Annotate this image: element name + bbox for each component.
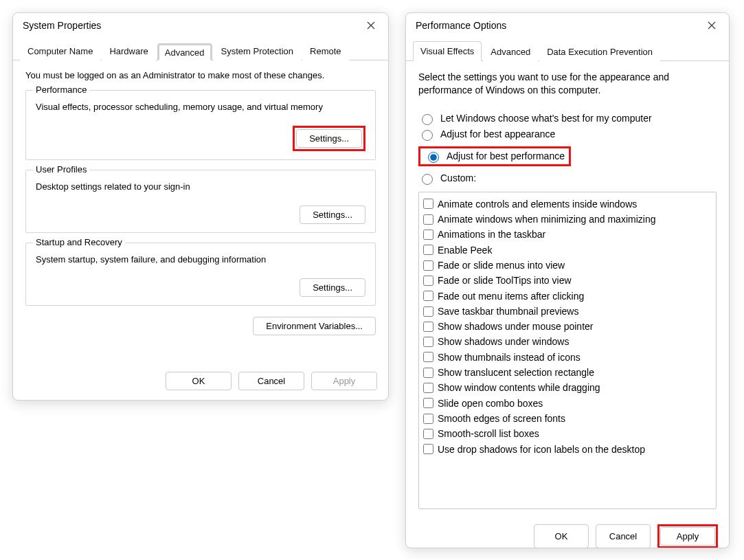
close-icon[interactable] (361, 17, 381, 34)
checkbox-input[interactable] (423, 352, 433, 362)
check-option[interactable]: Enable Peek (423, 243, 712, 258)
sp-ok-button[interactable]: OK (166, 372, 232, 390)
sp-tab-row: Computer Name Hardware Advanced System P… (13, 41, 388, 60)
checkbox-input[interactable] (423, 291, 433, 301)
performance-settings-button[interactable]: Settings... (296, 129, 362, 148)
checkbox-input[interactable] (423, 444, 433, 454)
po-cancel-button[interactable]: Cancel (596, 524, 651, 548)
checkbox-input[interactable] (423, 276, 433, 286)
checkbox-input[interactable] (423, 368, 433, 378)
check-label: Slide open combo boxes (438, 396, 543, 410)
desc-profiles: Desktop settings related to your sign-in (36, 181, 365, 193)
radio-input[interactable] (428, 152, 439, 163)
tab-advanced[interactable]: Advanced (157, 43, 212, 60)
system-properties-dialog: System Properties Computer Name Hardware… (12, 12, 389, 401)
performance-options-dialog: Performance Options Visual Effects Advan… (405, 12, 730, 548)
check-option[interactable]: Save taskbar thumbnail previews (423, 304, 712, 319)
group-startup-recovery: Startup and Recovery System startup, sys… (25, 243, 376, 306)
tab-computer-name[interactable]: Computer Name (20, 41, 100, 60)
checkbox-input[interactable] (423, 199, 433, 209)
check-label: Show shadows under mouse pointer (438, 320, 593, 333)
check-option[interactable]: Fade out menu items after clicking (423, 289, 712, 304)
check-option[interactable]: Show shadows under windows (423, 334, 712, 349)
admin-note: You must be logged on as an Administrato… (25, 70, 376, 80)
check-label: Smooth edges of screen fonts (438, 412, 565, 425)
check-label: Show window contents while dragging (438, 381, 600, 394)
check-label: Fade or slide menus into view (438, 258, 565, 272)
checkbox-input[interactable] (423, 414, 433, 424)
sp-content: You must be logged on as an Administrato… (13, 60, 388, 363)
checkbox-input[interactable] (423, 337, 433, 347)
check-option[interactable]: Show translucent selection rectangle (423, 365, 712, 380)
checkbox-input[interactable] (423, 306, 433, 317)
checkbox-input[interactable] (423, 383, 433, 393)
check-label: Fade out menu items after clicking (438, 289, 584, 303)
check-label: Animations in the taskbar (438, 227, 545, 241)
check-option[interactable]: Use drop shadows for icon labels on the … (423, 442, 712, 457)
desc-startup: System startup, system failure, and debu… (36, 254, 365, 266)
desc-performance: Visual effects, processor scheduling, me… (36, 102, 365, 113)
tab-hardware[interactable]: Hardware (102, 41, 155, 60)
checkbox-input[interactable] (423, 322, 433, 332)
sp-bottom-buttons: OK Cancel Apply (13, 363, 388, 400)
check-option[interactable]: Animate windows when minimizing and maxi… (423, 212, 712, 227)
radio-label: Let Windows choose what's best for my co… (440, 113, 652, 124)
sp-apply-button[interactable]: Apply (311, 372, 377, 390)
checkbox-input[interactable] (423, 260, 433, 271)
check-option[interactable]: Smooth-scroll list boxes (423, 426, 712, 441)
legend-performance: Performance (33, 85, 89, 95)
environment-variables-button[interactable]: Environment Variables... (253, 317, 376, 335)
check-option[interactable]: Show shadows under mouse pointer (423, 319, 712, 334)
check-label: Animate windows when minimizing and maxi… (438, 212, 655, 226)
checkbox-input[interactable] (423, 398, 433, 408)
po-apply-button[interactable]: Apply (660, 527, 715, 546)
check-option[interactable]: Animate controls and elements inside win… (423, 197, 712, 212)
check-label: Show translucent selection rectangle (438, 366, 594, 379)
check-option[interactable]: Smooth edges of screen fonts (423, 411, 712, 426)
radio-option[interactable]: Custom: (418, 172, 717, 185)
radio-group: Let Windows choose what's best for my co… (418, 109, 717, 188)
tab-visual-effects[interactable]: Visual Effects (413, 41, 482, 61)
legend-profiles: User Profiles (33, 164, 89, 175)
sp-title: System Properties (23, 20, 101, 31)
profiles-settings-button[interactable]: Settings... (300, 205, 365, 224)
check-option[interactable]: Animations in the taskbar (423, 227, 712, 242)
checkbox-input[interactable] (423, 429, 433, 439)
radio-input[interactable] (422, 114, 433, 125)
checkbox-input[interactable] (423, 214, 433, 225)
tab-remote[interactable]: Remote (302, 41, 349, 60)
po-title: Performance Options (416, 20, 506, 31)
tab-system-protection[interactable]: System Protection (214, 41, 302, 60)
radio-label: Adjust for best performance (447, 150, 565, 161)
radio-option[interactable]: Let Windows choose what's best for my co… (418, 112, 717, 125)
check-label: Enable Peek (438, 243, 492, 257)
tab-dep[interactable]: Data Execution Prevention (539, 42, 660, 61)
check-label: Use drop shadows for icon labels on the … (438, 443, 645, 456)
check-label: Show thumbnails instead of icons (438, 350, 580, 364)
group-performance: Performance Visual effects, processor sc… (25, 90, 376, 160)
check-option[interactable]: Slide open combo boxes (423, 396, 712, 411)
check-option[interactable]: Fade or slide menus into view (423, 258, 712, 273)
radio-label: Adjust for best appearance (440, 128, 555, 139)
tab-po-advanced[interactable]: Advanced (483, 42, 538, 61)
po-ok-button[interactable]: OK (534, 524, 589, 548)
po-bottom-buttons: OK Cancel Apply (406, 516, 729, 548)
radio-input[interactable] (422, 130, 433, 141)
check-label: Smooth-scroll list boxes (438, 427, 539, 440)
radio-option[interactable]: Adjust for best appearance (418, 128, 717, 141)
radio-option[interactable]: Adjust for best performance (418, 146, 571, 166)
checkbox-input[interactable] (423, 229, 433, 240)
sp-cancel-button[interactable]: Cancel (238, 372, 304, 390)
po-tab-row: Visual Effects Advanced Data Execution P… (406, 41, 729, 61)
check-option[interactable]: Show thumbnails instead of icons (423, 350, 712, 365)
check-label: Animate controls and elements inside win… (438, 197, 637, 211)
checkbox-input[interactable] (423, 245, 433, 255)
close-icon[interactable] (701, 17, 722, 34)
check-label: Save taskbar thumbnail previews (438, 304, 578, 318)
startup-settings-button[interactable]: Settings... (300, 278, 365, 297)
visual-effects-list[interactable]: Animate controls and elements inside win… (418, 192, 717, 509)
check-option[interactable]: Fade or slide ToolTips into view (423, 273, 712, 288)
check-option[interactable]: Show window contents while dragging (423, 380, 712, 395)
po-titlebar: Performance Options (406, 13, 729, 38)
radio-input[interactable] (422, 174, 433, 185)
